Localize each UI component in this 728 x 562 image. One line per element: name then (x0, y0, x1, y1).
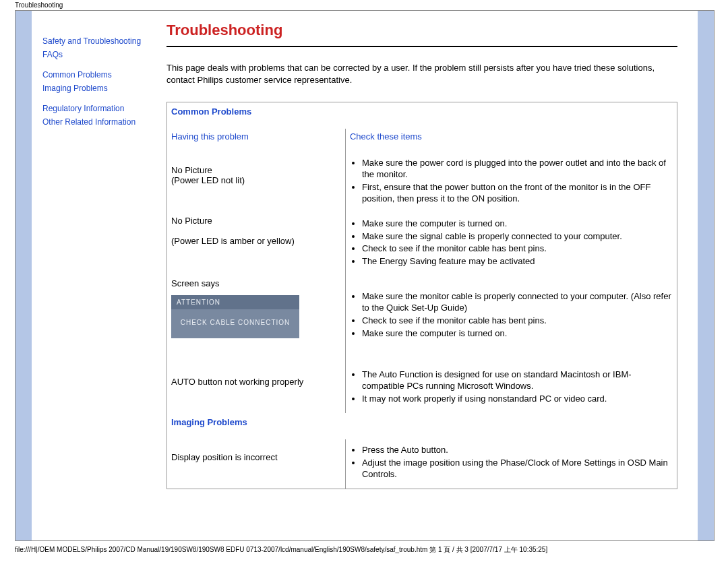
problem-text: No Picture (171, 165, 212, 175)
check-item: Press the Auto button. (362, 445, 673, 456)
problems-table: Common Problems Having this problem Chec… (166, 102, 677, 489)
section-heading-imaging: Imaging Problems (167, 413, 677, 439)
checks-cell: The Auto Function is designed for use on… (345, 364, 677, 413)
attention-heading: ATTENTION (171, 295, 299, 309)
check-item: Check to see if the monitor cable has be… (362, 243, 673, 255)
table-row: Screen says ATTENTION CHECK CABLE CONNEC… (167, 276, 677, 364)
check-item: It may not work properly if using nonsta… (362, 394, 673, 405)
check-item: Make sure the computer is turned on. (362, 328, 673, 340)
page-title: Troubleshooting (166, 22, 677, 39)
attention-body: CHECK CABLE CONNECTION (171, 309, 299, 338)
content-frame: Safety and Troubleshooting FAQs Common P… (15, 10, 715, 541)
check-item: Make sure the monitor cable is properly … (362, 291, 673, 314)
check-item: Make sure the signal cable is properly c… (362, 231, 673, 243)
sidebar-nav: Safety and Troubleshooting FAQs Common P… (42, 35, 157, 136)
check-item: Make sure the computer is turned on. (362, 218, 673, 230)
table-row: AUTO button not working properly The Aut… (167, 364, 677, 413)
problem-text: (Power LED is amber or yellow) (171, 236, 295, 246)
main-column: Troubleshooting This page deals with pro… (166, 22, 677, 489)
checks-cell: Make sure the power cord is plugged into… (345, 152, 677, 213)
col-header-problem: Having this problem (167, 129, 346, 152)
problem-text: No Picture (171, 216, 212, 226)
nav-imaging-problems[interactable]: Imaging Problems (42, 82, 108, 94)
problem-text: Screen says (171, 278, 220, 288)
checks-cell: Make sure the monitor cable is properly … (345, 276, 677, 364)
col-header-check: Check these items (345, 129, 677, 152)
decor-col-left (16, 11, 32, 540)
intro-text: This page deals with problems that can b… (166, 62, 677, 86)
nav-common-problems[interactable]: Common Problems (42, 69, 112, 81)
table-row: No Picture (Power LED is amber or yellow… (167, 213, 677, 276)
problem-text: Display position is incorrect (171, 452, 278, 462)
footer-path: file:///H|/OEM MODELS/Philips 2007/CD Ma… (0, 541, 728, 555)
problem-text: AUTO button not working properly (171, 377, 303, 387)
section-heading-common: Common Problems (167, 102, 677, 129)
checks-cell: Press the Auto button. Adjust the image … (345, 439, 677, 489)
check-item: The Energy Saving feature may be activat… (362, 256, 673, 268)
nav-regulatory-info[interactable]: Regulatory Information (42, 102, 124, 115)
check-item: The Auto Function is designed for use on… (362, 369, 673, 392)
problem-cell: Display position is incorrect (167, 439, 346, 489)
problem-cell: No Picture (Power LED is amber or yellow… (167, 213, 346, 276)
nav-faqs[interactable]: FAQs (42, 49, 63, 61)
check-item: Check to see if the monitor cable has be… (362, 315, 673, 327)
check-item: Make sure the power cord is plugged into… (362, 158, 673, 181)
problem-cell: AUTO button not working properly (167, 364, 346, 413)
check-item: First, ensure that the power button on t… (362, 182, 673, 205)
tab-title: Troubleshooting (0, 0, 728, 10)
checks-cell: Make sure the computer is turned on. Mak… (345, 213, 677, 276)
attention-box: ATTENTION CHECK CABLE CONNECTION (171, 295, 299, 338)
problem-cell: No Picture (Power LED not lit) (167, 152, 346, 213)
table-row: Display position is incorrect Press the … (167, 439, 677, 489)
nav-other-related[interactable]: Other Related Information (42, 116, 135, 128)
check-item: Adjust the image position using the Phas… (362, 458, 673, 480)
nav-safety-troubleshooting[interactable]: Safety and Troubleshooting (42, 35, 141, 47)
problem-cell: Screen says ATTENTION CHECK CABLE CONNEC… (167, 276, 346, 364)
title-rule (166, 46, 677, 47)
table-row: No Picture (Power LED not lit) Make sure… (167, 152, 677, 213)
decor-col-right (698, 11, 714, 540)
problem-text: (Power LED not lit) (171, 175, 245, 185)
